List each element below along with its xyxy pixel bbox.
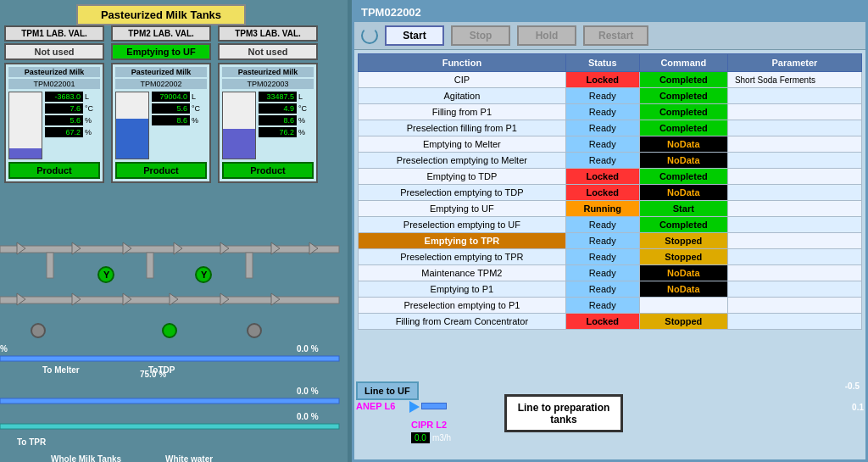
tank3-fill2-unit: % [298,128,305,136]
tank3-temp-unit: °C [298,104,307,113]
function-cell: Filling from P1 [359,104,566,120]
table-row[interactable]: Preselection emptying to TPRReadyStopped [359,249,862,265]
data-table: Function Status Command Parameter CIPLoc… [358,53,862,330]
status-cell: Ready [565,88,639,104]
table-row[interactable]: Emptying to TDPLockedCompleted [359,169,862,185]
tank-unit-3: TPM3 LAB. VAL. Not used Pasteurized Milk… [218,25,318,183]
svg-text:To Melter: To Melter [42,365,80,375]
tank2-valve-status[interactable]: Emptying to UF [111,43,211,60]
tank1-temp-val: 7.6 [45,103,83,114]
tank3-title: Pasteurized Milk [222,67,314,77]
svg-text:0.0 %: 0.0 % [297,344,319,353]
tank3-product-btn[interactable]: Product [222,162,314,179]
table-row[interactable]: Preselection emptying to P1Ready [359,298,862,314]
restart-button[interactable]: Restart [583,25,648,46]
tank1-product-btn[interactable]: Product [8,162,100,179]
pipe-network-svg: Y Y % 0.0 % 75.0 % 0.0 % [0,229,348,462]
table-row[interactable]: Preselection emptying to TDPLockedNoData [359,185,862,201]
table-row[interactable]: Emptying to TPRReadyStopped [359,233,862,249]
command-cell: Completed [639,72,727,88]
tank1-temp-unit: °C [85,104,93,113]
table-row[interactable]: CIPLockedCompletedShort Soda Ferments [359,72,862,88]
function-cell: Emptying to P1 [359,281,566,298]
table-row[interactable]: Emptying to P1ReadyNoData [359,281,862,298]
parameter-cell [727,314,861,330]
tanks-header: Pasteurized Milk Tanks [76,4,246,25]
table-row[interactable]: Preselection emptying to UFReadyComplete… [359,217,862,233]
parameter-cell [727,249,861,265]
command-cell: Completed [639,88,727,104]
parameter-cell [727,298,861,314]
svg-rect-26 [0,398,339,404]
tanks-row: TPM1 LAB. VAL. Not used Pasteurized Milk… [4,25,318,183]
svg-text:ToTDP: ToTDP [148,365,175,375]
tank3-valve-label: TPM3 LAB. VAL. [218,25,318,42]
tank2-temp-unit: °C [192,104,200,113]
parameter-cell [727,201,861,217]
tank2-graphic [115,92,149,159]
table-row[interactable]: Preselection filling from P1ReadyComplet… [359,120,862,136]
status-cell: Ready [565,298,639,314]
function-cell: Preselection emptying to UF [359,217,566,233]
tank1-fill-unit: % [85,116,92,125]
command-cell: Start [639,201,727,217]
svg-rect-0 [0,246,339,253]
tank3-id: TPM022003 [222,79,314,89]
svg-rect-27 [0,424,339,429]
function-cell: Preselection emptying to TDP [359,185,566,201]
table-row[interactable]: Emptying to MelterReadyNoData [359,136,862,153]
tank-unit-2: TPM2 LAB. VAL. Emptying to UF Pasteurize… [111,25,211,183]
function-cell: Emptying to TPR [359,233,566,249]
tank2-fill-val: 8.6 [152,115,190,125]
table-row[interactable]: AgitationReadyCompleted [359,88,862,104]
status-cell: Ready [565,217,639,233]
function-cell: Agitation [359,88,566,104]
line-to-prep-tanks: Line to preparation tanks [504,394,623,432]
status-cell: Ready [565,153,639,169]
tank2-product-btn[interactable]: Product [115,162,207,179]
tank3-fill2-val: 76.2 [259,127,297,137]
hold-button[interactable]: Hold [517,25,576,46]
table-row[interactable]: Filling from P1ReadyCompleted [359,104,862,120]
parameter-cell [727,136,861,153]
table-row[interactable]: Preselection emptying to MelterReadyNoDa… [359,153,862,169]
tank-unit-1: TPM1 LAB. VAL. Not used Pasteurized Milk… [4,25,104,183]
parameter-cell: Short Soda Ferments [727,72,861,88]
refresh-icon[interactable] [361,27,378,44]
tank3-valve-status[interactable]: Not used [218,43,318,60]
popup-title: TPM022002 [361,6,421,19]
popup-titlebar: TPM022002 [354,3,865,22]
svg-rect-2 [147,253,153,278]
table-row[interactable]: Maintenance TPM2ReadyNoData [359,265,862,281]
status-cell: Locked [565,169,639,185]
tank1-valve-status[interactable]: Not used [4,43,104,60]
tank2-fill-unit: % [192,116,198,125]
function-cell: Preselection filling from P1 [359,120,566,136]
command-cell: NoData [639,281,727,298]
anep-arrow [409,401,420,413]
status-cell: Ready [565,136,639,153]
svg-text:Y: Y [201,270,208,280]
stop-button[interactable]: Stop [451,25,510,46]
parameter-cell [727,153,861,169]
table-row[interactable]: Filling from Cream ConcentratorLockedSto… [359,314,862,330]
anep-label: ANEP L6 [356,401,395,411]
start-button[interactable]: Start [385,25,444,46]
status-cell: Ready [565,265,639,281]
right-percent-2: 0.1 [852,403,864,412]
parameter-cell [727,88,861,104]
command-cell: NoData [639,265,727,281]
parameter-cell [727,281,861,298]
table-row[interactable]: Emptying to UFRunningStart [359,201,862,217]
tank3-readings: 33487.5 L 4.9 °C 8.6 % 76.2 [259,92,314,139]
status-cell: Ready [565,281,639,298]
svg-rect-1 [47,253,53,278]
tank2-body: Pasteurized Milk TPM022002 79004.0 L 5.6… [111,63,211,183]
command-cell: Completed [639,120,727,136]
tank1-body: Pasteurized Milk TPM022001 -3683.0 L 7.6… [4,63,104,183]
parameter-cell [727,169,861,185]
svg-text:White water: White water [165,454,213,462]
tank1-fill2-val: 67.2 [45,127,83,137]
function-cell: Maintenance TPM2 [359,265,566,281]
parameter-cell [727,104,861,120]
